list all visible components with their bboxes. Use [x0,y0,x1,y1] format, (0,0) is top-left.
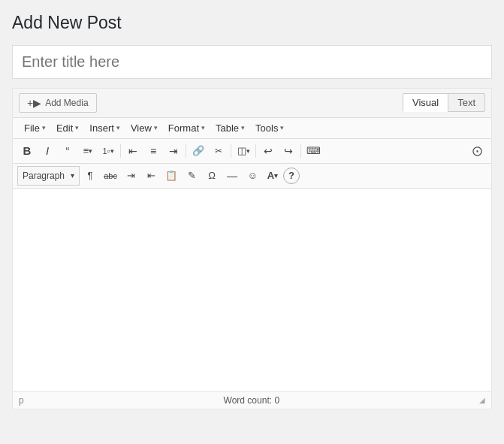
align-right-button[interactable]: ⇥ [164,141,183,161]
tab-text[interactable]: Text [448,93,485,112]
menu-file[interactable]: File ▾ [19,120,51,136]
menu-file-arrow: ▾ [42,124,46,131]
toolbar-row-1: B I “ ≡▾ 1▫▾ ⇤ ≡ ⇥ 🔗 ✂ ◫▾ ↩ ↪ ⌨ ⨀ [13,139,491,164]
italic-button[interactable]: I [38,141,57,161]
menu-view-arrow: ▾ [154,124,158,131]
menu-tools[interactable]: Tools ▾ [250,120,289,136]
expand-button[interactable]: ⨀ [467,141,487,161]
ordered-list-button[interactable]: 1▫▾ [98,141,118,161]
path-indicator: p [19,395,24,406]
tab-visual[interactable]: Visual [403,93,448,112]
add-media-button[interactable]: +▶ Add Media [19,93,97,113]
blockquote-button[interactable]: “ [58,141,77,161]
emoji-button[interactable]: ☺ [243,166,262,186]
add-media-icon: +▶ [27,97,41,109]
resize-handle[interactable]: ◢ [479,396,485,404]
clear-formatting-button[interactable]: ✎ [182,166,201,186]
redo-button[interactable]: ↪ [279,141,298,161]
sep2 [186,144,186,158]
editor-footer: p Word count: 0 ◢ [13,391,491,409]
undo-button[interactable]: ↩ [258,141,278,161]
menu-format[interactable]: Format ▾ [163,120,210,136]
strikethrough-button[interactable]: abc [101,166,120,186]
add-media-label: Add Media [45,98,88,108]
special-char-button[interactable]: Ω [202,166,222,186]
indent-button[interactable]: ⇥ [121,166,140,186]
keyboard-shortcuts-button[interactable]: ⌨ [303,141,323,161]
sep5 [300,144,301,158]
sep1 [120,144,121,158]
post-title-input[interactable] [12,45,492,79]
menu-tools-arrow: ▾ [280,124,284,131]
horizontal-rule-button[interactable]: ― [222,166,242,186]
editor-tabs: Visual Text [403,93,485,112]
menu-format-arrow: ▾ [201,124,205,131]
editor-content-area[interactable] [13,189,491,391]
menu-view[interactable]: View ▾ [125,120,163,136]
menu-table[interactable]: Table ▾ [210,120,250,136]
help-button[interactable]: ? [283,168,300,184]
unordered-list-button[interactable]: ≡▾ [78,141,98,161]
word-count: Word count: 0 [224,395,280,406]
formats-button[interactable]: ¶ [80,166,100,186]
page-title: Add New Post [12,12,492,35]
bold-button[interactable]: B [17,141,37,161]
paste-text-button[interactable]: 📋 [161,166,181,186]
editor-wrapper: +▶ Add Media Visual Text File ▾ Edit ▾ I… [12,88,492,409]
menu-insert[interactable]: Insert ▾ [84,120,125,136]
menu-insert-arrow: ▾ [116,124,120,131]
toolbar-row-2: Paragraph ▾ ¶ abc ⇥ ⇤ 📋 ✎ Ω ― ☺ A▾ ? [13,164,491,189]
sep4 [255,144,256,158]
text-color-button[interactable]: A▾ [263,166,282,186]
editor-top-bar: +▶ Add Media Visual Text [13,89,491,118]
outdent-button[interactable]: ⇤ [141,166,161,186]
paragraph-select-value: Paragraph [23,171,65,181]
remove-link-button[interactable]: ✂ [209,141,228,161]
insert-table-button[interactable]: ◫▾ [234,141,253,161]
menubar: File ▾ Edit ▾ Insert ▾ View ▾ Format ▾ T… [13,118,491,139]
paragraph-select[interactable]: Paragraph ▾ [17,166,80,186]
insert-link-button[interactable]: 🔗 [189,141,208,161]
menu-edit[interactable]: Edit ▾ [51,120,84,136]
paragraph-select-arrow: ▾ [71,171,74,180]
menu-edit-arrow: ▾ [75,124,79,131]
align-center-button[interactable]: ≡ [143,141,163,161]
sep3 [231,144,231,158]
align-left-button[interactable]: ⇤ [123,141,143,161]
menu-table-arrow: ▾ [241,124,245,131]
